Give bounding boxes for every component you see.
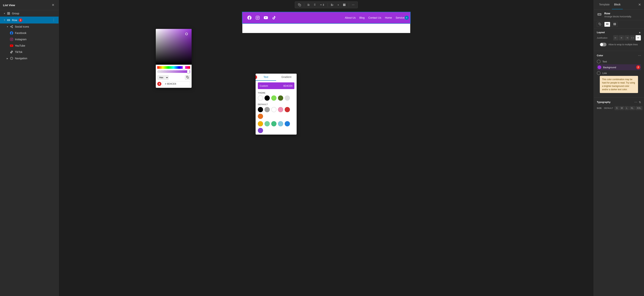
default-swatch-purple[interactable] — [258, 128, 263, 133]
justification-label: Justification — [597, 37, 612, 39]
size-m-button[interactable]: M — [619, 106, 624, 110]
custom-hex-value: 8D4CE6 — [284, 84, 292, 87]
typography-settings-button[interactable]: ⇅ — [639, 101, 641, 104]
main-canvas: ⠿ ⇕ + ⋯ — [59, 0, 594, 296]
theme-swatch-black[interactable] — [264, 95, 270, 101]
svg-rect-37 — [600, 24, 601, 25]
nav-links: About Us Blog Contact Us Home Services — [345, 16, 406, 19]
default-swatch-mint[interactable] — [264, 121, 270, 126]
header-youtube-icon[interactable] — [263, 15, 268, 20]
color-gradient-cursor[interactable] — [185, 33, 188, 35]
list-item-facebook[interactable]: Facebook — [0, 30, 58, 36]
default-swatch-teal[interactable] — [271, 121, 276, 126]
default-swatch-orange[interactable] — [258, 114, 263, 119]
color-picker-popup: Hex RGB HSL 4 # — [156, 29, 192, 88]
default-swatch-pink[interactable] — [278, 107, 283, 112]
default-swatch-gray[interactable] — [264, 107, 270, 112]
list-item-row[interactable]: ▼ Row 1 ⋮ — [0, 16, 58, 23]
copy-color-button[interactable] — [185, 75, 190, 80]
canvas-move-button[interactable]: ⇕ — [318, 2, 326, 7]
tab-solid[interactable]: Text — [256, 74, 276, 81]
canvas-block-button[interactable] — [341, 2, 347, 7]
default-swatch-yellow[interactable] — [258, 121, 263, 126]
theme-swatch-darkgreen[interactable] — [278, 95, 283, 101]
header-facebook-icon[interactable] — [247, 15, 252, 20]
color-row-link[interactable]: Link — [597, 70, 641, 76]
size-l-button[interactable]: L — [624, 106, 629, 110]
default-swatch-black[interactable] — [258, 107, 263, 112]
canvas-align-button[interactable] — [306, 2, 312, 7]
list-item-instagram[interactable]: Instagram — [0, 36, 58, 42]
layout-collapse-button[interactable]: ▲ — [638, 31, 641, 34]
hex-input[interactable] — [166, 82, 188, 85]
nav-home[interactable]: Home — [385, 16, 392, 19]
svg-point-13 — [11, 39, 12, 40]
justify-right-button[interactable] — [624, 35, 630, 40]
justify-center-button[interactable] — [619, 35, 624, 40]
wrap-toggle[interactable] — [600, 43, 606, 46]
list-item-youtube[interactable]: YouTube — [0, 42, 58, 49]
theme-swatch-white[interactable] — [258, 95, 263, 101]
color-row-text[interactable]: Text — [597, 59, 641, 64]
custom-color-row[interactable]: Custom 8D4CE6 — [256, 81, 297, 91]
right-panel-close-button[interactable]: ✕ — [638, 2, 641, 7]
justify-space-between-button[interactable] — [630, 35, 635, 40]
color-hue-slider[interactable] — [157, 66, 190, 69]
nav-about[interactable]: About Us — [345, 16, 356, 19]
list-item-navigation[interactable]: ▶ Navigation — [0, 55, 58, 61]
theme-swatches — [256, 95, 297, 102]
canvas-drag-button[interactable]: ⠿ — [312, 2, 317, 7]
opacity-thumb[interactable] — [187, 70, 190, 73]
nav-blog[interactable]: Blog — [359, 16, 364, 19]
default-swatch-white[interactable] — [271, 107, 276, 112]
canvas-more-button[interactable]: ⋯ — [350, 2, 356, 7]
theme-swatch-green[interactable] — [271, 95, 276, 101]
color-row-background[interactable]: Background 2 — [597, 64, 641, 70]
header-tiktok-icon[interactable] — [272, 15, 277, 20]
color-gradient-canvas[interactable] — [156, 29, 192, 65]
layout-section-header: Layout ▲ — [594, 28, 644, 35]
block-row-layout-button[interactable] — [604, 22, 610, 27]
tab-template[interactable]: Template — [597, 0, 612, 9]
tab-gradient[interactable]: Gradient — [276, 74, 297, 81]
canvas-add-button[interactable]: + — [336, 2, 340, 7]
youtube-icon — [10, 44, 14, 47]
background-color-swatch — [598, 65, 601, 69]
link-color-radio — [597, 71, 600, 75]
svg-point-32 — [258, 16, 259, 17]
navigation-label: Navigation — [15, 57, 27, 60]
text-color-label: Text — [602, 60, 607, 63]
warning-text: This color combination may be hard for p… — [602, 78, 635, 91]
color-panel: 3 Text Gradient Custom 8D4CE6 THEME DEFA… — [256, 74, 297, 135]
color-warning: This color combination may be hard for p… — [600, 76, 638, 93]
theme-swatch-lightgray[interactable] — [285, 95, 290, 101]
list-item-tiktok[interactable]: TikTok — [0, 49, 58, 55]
block-duplicate-button[interactable] — [597, 22, 603, 27]
tab-block[interactable]: Block — [612, 0, 623, 9]
list-item-social-icons[interactable]: ▼ Social Icons — [0, 23, 58, 30]
block-stack-button[interactable] — [612, 22, 618, 27]
header-instagram-icon[interactable] — [255, 15, 260, 20]
canvas-duplicate-button[interactable] — [296, 2, 302, 7]
canvas-align-left-button[interactable] — [329, 2, 335, 7]
size-s-button[interactable]: S — [614, 106, 619, 110]
default-swatch-blue[interactable] — [285, 121, 290, 126]
nav-services[interactable]: Services — [396, 16, 406, 19]
size-row: SIZE DEFAULT S M L XL XXL — [597, 105, 641, 111]
color-format-select[interactable]: Hex RGB HSL — [157, 75, 169, 80]
typography-more-button[interactable]: ⋯ — [634, 100, 637, 104]
color-hue-thumb[interactable] — [183, 66, 185, 69]
list-item-group[interactable]: ▼ Group — [0, 10, 58, 16]
svg-rect-41 — [614, 23, 616, 24]
color-more-button[interactable]: ⋯ — [638, 54, 641, 57]
left-panel-close-button[interactable]: ✕ — [50, 2, 56, 7]
justify-fill-button[interactable] — [636, 35, 641, 40]
justify-left-button[interactable] — [613, 35, 618, 40]
add-row-below-button[interactable]: + — [405, 16, 409, 20]
size-xl-button[interactable]: XL — [629, 106, 635, 110]
nav-contact[interactable]: Contact Us — [368, 16, 381, 19]
default-swatch-red[interactable] — [285, 107, 290, 112]
row-more-button[interactable]: ⋮ — [51, 18, 56, 22]
default-swatch-lightblue[interactable] — [278, 121, 283, 126]
size-xxl-button[interactable]: XXL — [636, 106, 643, 110]
